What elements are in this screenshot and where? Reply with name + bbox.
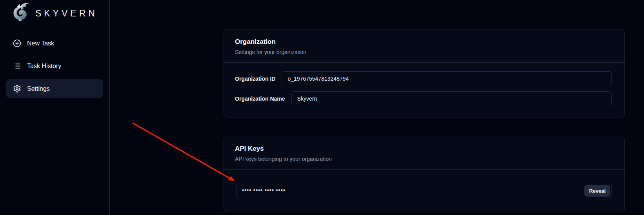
sidebar-item-label: New Task xyxy=(27,40,54,47)
api-keys-card-body: Reveal xyxy=(224,170,624,198)
api-keys-card: API Keys API keys belonging to your orga… xyxy=(224,136,625,212)
app-window: SKYVERN New Task Task History xyxy=(0,0,644,215)
api-key-field-wrap: Reveal xyxy=(236,184,612,198)
sidebar: SKYVERN New Task Task History xyxy=(0,0,110,215)
brand-name: SKYVERN xyxy=(35,8,98,19)
sidebar-nav: New Task Task History Se xyxy=(0,34,109,98)
sidebar-item-label: Task History xyxy=(27,63,61,70)
organization-card-subtitle: Settings for your organization xyxy=(235,49,613,55)
sidebar-item-task-history[interactable]: Task History xyxy=(6,56,103,76)
plus-circle-icon xyxy=(13,39,21,47)
reveal-button[interactable]: Reveal xyxy=(584,185,610,197)
api-keys-card-header: API Keys API keys belonging to your orga… xyxy=(224,136,624,169)
brand-logo[interactable]: SKYVERN xyxy=(0,0,109,24)
sidebar-item-settings[interactable]: Settings xyxy=(6,79,103,98)
api-key-masked-input[interactable] xyxy=(236,184,612,198)
sidebar-item-new-task[interactable]: New Task xyxy=(6,34,103,53)
organization-name-row: Organization Name xyxy=(235,91,612,106)
list-icon xyxy=(13,62,21,70)
organization-card-title: Organization xyxy=(235,38,613,46)
organization-name-input[interactable] xyxy=(291,91,612,106)
skyvern-dragon-icon xyxy=(10,2,32,23)
api-keys-card-subtitle: API keys belonging to your organization xyxy=(235,156,613,162)
sidebar-item-label: Settings xyxy=(27,85,50,92)
organization-id-input[interactable] xyxy=(282,71,612,86)
organization-card-body: Organization ID Organization Name xyxy=(224,63,624,106)
organization-card-header: Organization Settings for your organizat… xyxy=(224,29,624,62)
organization-id-row: Organization ID xyxy=(235,71,612,86)
organization-id-label: Organization ID xyxy=(235,76,275,82)
organization-name-label: Organization Name xyxy=(235,96,285,102)
gear-icon xyxy=(13,85,21,93)
organization-card: Organization Settings for your organizat… xyxy=(224,29,625,117)
api-keys-card-title: API Keys xyxy=(235,145,613,153)
